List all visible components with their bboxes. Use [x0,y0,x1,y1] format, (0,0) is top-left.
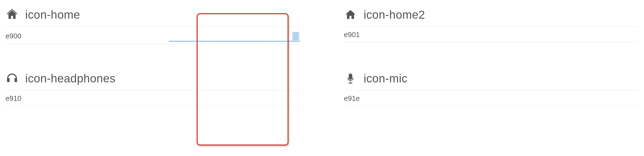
icon-cell-home: icon-home e900 [5,8,300,72]
text-selection-highlight [292,32,299,40]
home-icon [5,8,19,21]
icon-row: icon-home [5,8,300,27]
code-text: e910 [5,94,21,103]
code-input-wrap [169,30,300,41]
icon-row: icon-headphones [5,72,300,90]
icon-row: icon-home2 [344,8,639,27]
icon-name-label: icon-headphones [25,72,116,85]
icon-row: icon-mic [344,72,639,90]
code-input[interactable] [169,30,300,41]
code-row: e900 [5,27,300,44]
icon-cell-mic: icon-mic e91e [344,72,639,133]
headphones-icon [5,72,19,85]
icon-name-label: icon-home [25,8,80,21]
code-row: e910 [5,90,300,106]
icon-cell-headphones: icon-headphones e910 [5,72,300,133]
icon-name-label: icon-home2 [364,8,425,21]
code-text: e900 [5,32,21,40]
code-row: e91e [344,90,639,106]
code-text: e91e [344,94,360,103]
code-text: e901 [344,30,360,39]
home2-icon [344,8,357,21]
icon-name-label: icon-mic [364,72,407,85]
icon-cell-home2: icon-home2 e901 [344,8,639,72]
code-row: e901 [344,27,639,42]
mic-icon [344,72,357,85]
